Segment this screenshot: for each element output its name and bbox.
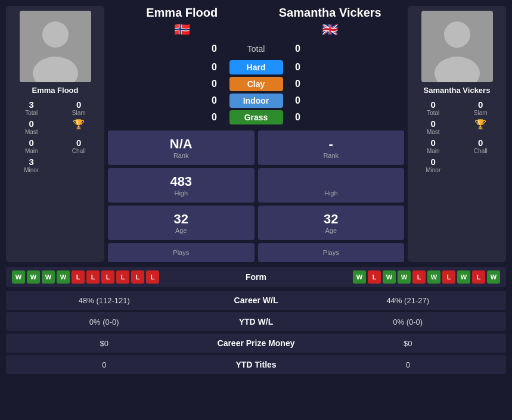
left-player-header: Emma Flood 🇳🇴	[108, 6, 256, 38]
left-player-avatar	[20, 11, 91, 82]
form-badge-right: W	[457, 270, 470, 284]
left-plays-box: Plays	[108, 243, 255, 262]
right-stat-boxes: - Rank High 32 Age Plays	[258, 130, 405, 262]
left-player-stats: 3 Total 0 Slam 0 Mast 🏆 0 Main	[11, 99, 100, 173]
right-player-header: Samantha Vickers 🇬🇧	[256, 6, 405, 38]
right-stat-slam: 0 Slam	[460, 99, 502, 116]
total-row: 0 Total 0	[108, 40, 404, 58]
left-stat-minor: 3 Minor	[11, 157, 52, 173]
left-high-box: 483 High	[108, 168, 255, 203]
stats-row: 48% (112-121) Career W/L 44% (21-27)	[6, 291, 506, 310]
form-badge-left: W	[42, 270, 55, 284]
left-stat-chall: 0 Chall	[58, 138, 100, 154]
surface-indoor-row: 0 Indoor 0	[108, 94, 404, 108]
form-badge-left: L	[146, 270, 159, 284]
form-badge-right: L	[472, 270, 485, 284]
stats-row-left-value: 48% (112-121)	[12, 296, 197, 305]
right-form-badges: WLWWLWLWLW	[286, 270, 501, 284]
left-stat-slam: 0 Slam	[58, 99, 100, 116]
form-badge-left: L	[86, 270, 100, 284]
svg-point-3	[435, 57, 480, 82]
right-player-panel: Samantha Vickers 0 Total 0 Slam 0 Mast 🏆	[408, 6, 506, 262]
right-age-box: 32 Age	[258, 206, 405, 240]
form-badge-left: L	[116, 270, 129, 284]
bottom-stats: 48% (112-121) Career W/L 44% (21-27) 0% …	[6, 291, 506, 374]
svg-point-0	[42, 21, 69, 48]
left-form-badges: WWWWLLLLLL	[12, 270, 226, 284]
right-trophy-icon: 🏆	[460, 119, 502, 135]
total-label: Total	[229, 44, 283, 54]
form-badge-left: L	[131, 270, 144, 284]
right-stat-main: 0 Main	[412, 138, 454, 154]
left-name-header: Emma Flood	[108, 6, 256, 20]
left-stat-mast: 0 Mast	[11, 119, 52, 135]
right-stat-minor: 0 Minor	[412, 157, 454, 173]
left-total: 0	[206, 43, 224, 54]
stats-row-label: YTD W/L	[197, 317, 316, 326]
main-container: Emma Flood 3 Total 0 Slam 0 Mast 🏆	[0, 0, 512, 382]
left-flag: 🇳🇴	[108, 22, 256, 38]
left-player-panel: Emma Flood 3 Total 0 Slam 0 Mast 🏆	[6, 6, 104, 262]
form-badge-left: W	[27, 270, 40, 284]
stats-row: 0% (0-0) YTD W/L 0% (0-0)	[6, 312, 506, 331]
right-plays-box: Plays	[258, 243, 405, 262]
left-rank-box: N/A Rank	[108, 130, 255, 165]
right-rank-box: - Rank	[258, 130, 405, 165]
right-high-box: High	[258, 168, 405, 203]
stats-row-label: YTD Titles	[197, 360, 316, 369]
stats-row: $0 Career Prize Money $0	[6, 334, 506, 353]
stat-boxes-area: N/A Rank 483 High 32 Age Plays	[108, 130, 404, 262]
form-badge-left: W	[12, 270, 25, 284]
stats-row-right-value: $0	[316, 339, 501, 348]
players-layout: Emma Flood 3 Total 0 Slam 0 Mast 🏆	[6, 6, 506, 262]
stats-row-left-value: $0	[12, 339, 197, 348]
surface-grass-row: 0 Grass 0	[108, 110, 404, 125]
left-stat-total: 3 Total	[11, 99, 52, 116]
form-badge-right: L	[412, 270, 426, 284]
form-badge-right: W	[398, 270, 411, 284]
form-badge-left: L	[72, 270, 85, 284]
form-badge-right: W	[353, 270, 366, 284]
form-badge-right: W	[383, 270, 396, 284]
left-trophy-icon: 🏆	[58, 119, 100, 135]
stats-row-left-value: 0% (0-0)	[12, 318, 197, 326]
form-section: WWWWLLLLLL Form WLWWLWLWLW	[6, 267, 506, 287]
stats-row-label: Career W/L	[197, 295, 316, 305]
form-badge-left: L	[101, 270, 114, 284]
stats-row-right-value: 0	[316, 360, 501, 369]
stats-row-left-value: 0	[12, 360, 197, 369]
right-stat-total: 0 Total	[412, 99, 454, 116]
form-badge-right: W	[487, 270, 500, 284]
form-label: Form	[226, 272, 286, 282]
right-player-name: Samantha Vickers	[424, 86, 491, 95]
right-stat-mast: 0 Mast	[412, 119, 454, 135]
left-player-name: Emma Flood	[32, 86, 78, 95]
form-badge-left: W	[57, 270, 70, 284]
stats-row: 0 YTD Titles 0	[6, 355, 506, 374]
stats-row-label: Career Prize Money	[197, 338, 316, 348]
surface-clay-row: 0 Clay 0	[108, 77, 404, 91]
right-player-stats: 0 Total 0 Slam 0 Mast 🏆 0 Main	[412, 99, 501, 173]
svg-point-1	[33, 57, 78, 82]
surface-rows: 0 Hard 0 0 Clay 0 0 Indoor 0 0 Grass	[108, 60, 404, 125]
right-stat-chall: 0 Chall	[460, 138, 502, 154]
form-badge-right: W	[427, 270, 440, 284]
right-name-header: Samantha Vickers	[256, 6, 405, 20]
form-badge-right: L	[442, 270, 455, 284]
right-player-avatar	[421, 11, 493, 82]
right-total: 0	[289, 43, 307, 54]
stats-row-right-value: 44% (21-27)	[316, 296, 501, 305]
left-stat-boxes: N/A Rank 483 High 32 Age Plays	[108, 130, 255, 262]
left-stat-main: 0 Main	[11, 138, 52, 154]
left-age-box: 32 Age	[108, 206, 255, 240]
stats-row-right-value: 0% (0-0)	[316, 318, 501, 326]
surface-hard-row: 0 Hard 0	[108, 60, 404, 74]
form-badge-right: L	[368, 270, 381, 284]
center-panel: Emma Flood 🇳🇴 Samantha Vickers 🇬🇧 0 Tota…	[108, 6, 404, 262]
svg-point-2	[444, 21, 470, 48]
right-flag: 🇬🇧	[256, 22, 405, 38]
